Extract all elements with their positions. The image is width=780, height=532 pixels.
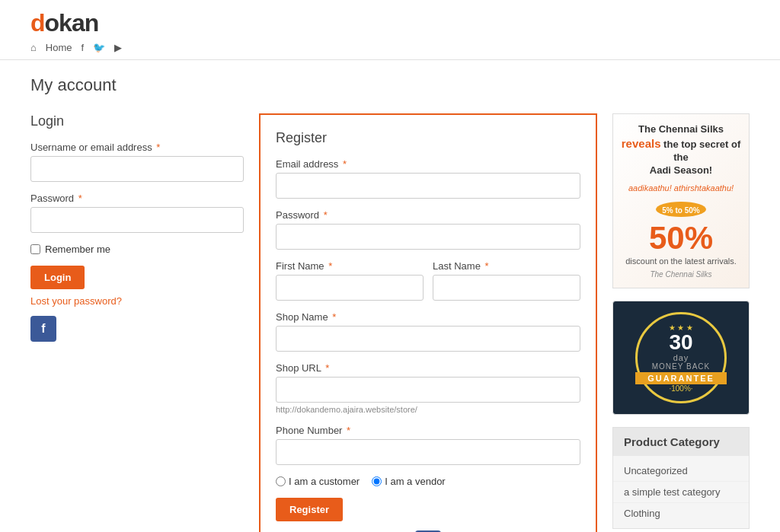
- ad-discount-text: discount on the latest arrivals.: [621, 256, 741, 266]
- category-uncategorized[interactable]: Uncategorized: [624, 465, 688, 476]
- sidebar: The Chennai Silks reveals the top secret…: [612, 113, 750, 532]
- product-category-widget: Product Category Uncategorized a simple …: [612, 427, 750, 529]
- phone-required: *: [347, 425, 350, 436]
- content-area: Login Username or email address * Passwo…: [30, 113, 750, 532]
- last-name-group: Last Name *: [433, 260, 580, 301]
- shop-url-hint: http://dokandemo.ajaira.website/store/: [276, 405, 580, 414]
- guarantee-day-label: day: [673, 353, 689, 362]
- main-wrapper: My account Login Username or email addre…: [0, 60, 780, 532]
- guarantee-circle: ★ ★ ★ 30 day MONEY BACK GUARANTEE ·100%·: [635, 312, 727, 403]
- guarantee-percent: ·100%·: [669, 384, 692, 393]
- youtube-nav-icon[interactable]: ▶: [114, 42, 122, 53]
- register-title: Register: [276, 130, 580, 146]
- login-button[interactable]: Login: [30, 266, 85, 289]
- lost-password-link[interactable]: Lost your password?: [30, 295, 244, 307]
- first-name-input[interactable]: [276, 275, 424, 301]
- facebook-login-button[interactable]: f: [30, 316, 56, 342]
- logo-d: d: [30, 9, 45, 37]
- shop-url-label: Shop URL *: [276, 362, 580, 374]
- page-title: My account: [30, 75, 750, 95]
- shop-url-input[interactable]: [276, 377, 580, 403]
- remember-checkbox[interactable]: [30, 244, 40, 254]
- register-section: Register Email address * Password *: [259, 113, 597, 532]
- vendor-radio-label[interactable]: I am a vendor: [372, 476, 446, 487]
- remember-label[interactable]: Remember me: [45, 244, 110, 255]
- shop-name-required: *: [332, 311, 336, 323]
- last-name-label: Last Name *: [433, 260, 580, 272]
- shop-name-group: Shop Name *: [276, 311, 580, 352]
- guarantee-money-back: MONEY BACK: [652, 362, 711, 371]
- shop-url-group: Shop URL * http://dokandemo.ajaira.websi…: [276, 362, 580, 414]
- shop-name-label: Shop Name *: [276, 311, 580, 323]
- left-content: Login Username or email address * Passwo…: [30, 113, 597, 532]
- last-name-required: *: [485, 260, 489, 272]
- list-item[interactable]: a simple test category: [613, 482, 749, 503]
- username-required: *: [156, 142, 160, 153]
- list-item[interactable]: Clothing: [613, 503, 749, 524]
- header: dokan ⌂ Home f 🐦 ▶: [0, 0, 780, 60]
- last-name-input[interactable]: [433, 275, 580, 301]
- guarantee-ribbon: GUARANTEE: [635, 372, 727, 384]
- email-group: Email address *: [276, 158, 580, 199]
- category-clothing[interactable]: Clothing: [624, 508, 660, 519]
- customer-radio-label[interactable]: I am a customer: [276, 476, 360, 487]
- ad-tagline: aadikaathu! athirshtakaathu!: [621, 183, 741, 193]
- product-category-title: Product Category: [613, 428, 749, 456]
- product-category-list: Uncategorized a simple test category Clo…: [613, 456, 749, 528]
- ad-title: The Chennai Silks reveals the top secret…: [621, 123, 741, 177]
- facebook-nav-icon[interactable]: f: [82, 42, 85, 53]
- home-icon: ⌂: [30, 42, 37, 53]
- password-required: *: [78, 193, 82, 204]
- account-type-group: I am a customer I am a vendor: [276, 476, 580, 487]
- username-label: Username or email address *: [30, 142, 244, 153]
- reg-password-required: *: [324, 209, 328, 221]
- home-link[interactable]: Home: [46, 42, 72, 53]
- logo: dokan: [30, 9, 750, 37]
- remember-me-group: Remember me: [30, 244, 244, 255]
- shop-name-input[interactable]: [276, 326, 580, 352]
- category-simple-test[interactable]: a simple test category: [624, 486, 720, 498]
- login-section: Login Username or email address * Passwo…: [30, 113, 244, 532]
- phone-group: Phone Number *: [276, 425, 580, 465]
- login-title: Login: [30, 113, 244, 129]
- password-group: Password *: [30, 193, 244, 233]
- phone-label: Phone Number *: [276, 425, 580, 436]
- guarantee-banner: ★ ★ ★ 30 day MONEY BACK GUARANTEE ·100%·: [612, 301, 750, 415]
- reg-password-label: Password *: [276, 209, 580, 221]
- password-input[interactable]: [30, 207, 244, 233]
- ad-banner: The Chennai Silks reveals the top secret…: [612, 113, 750, 288]
- shop-url-required: *: [325, 362, 329, 374]
- ad-discount: 50%: [621, 220, 741, 256]
- nav-bar: ⌂ Home f 🐦 ▶: [30, 42, 750, 53]
- email-input[interactable]: [276, 173, 580, 199]
- customer-radio[interactable]: [276, 476, 286, 486]
- phone-input[interactable]: [276, 439, 580, 465]
- password-label: Password *: [30, 193, 244, 204]
- username-input[interactable]: [30, 156, 244, 182]
- guarantee-content: ★ ★ ★ 30 day MONEY BACK GUARANTEE ·100%·: [628, 304, 734, 411]
- username-group: Username or email address *: [30, 142, 244, 182]
- register-button[interactable]: Register: [276, 498, 343, 521]
- reg-password-input[interactable]: [276, 224, 580, 250]
- guarantee-days: 30: [669, 332, 692, 353]
- email-label: Email address *: [276, 158, 580, 170]
- twitter-nav-icon[interactable]: 🐦: [93, 42, 105, 53]
- first-name-required: *: [328, 260, 332, 272]
- first-name-label: First Name *: [276, 260, 424, 272]
- first-name-group: First Name *: [276, 260, 424, 301]
- list-item[interactable]: Uncategorized: [613, 460, 749, 482]
- reg-password-group: Password *: [276, 209, 580, 250]
- ad-content: The Chennai Silks reveals the top secret…: [613, 116, 749, 286]
- email-required: *: [343, 158, 347, 170]
- vendor-radio[interactable]: [372, 476, 382, 486]
- ad-brand: The Chennai Silks: [621, 270, 741, 279]
- name-row: First Name * Last Name *: [276, 260, 580, 311]
- ad-badge: 5% to 50%: [656, 202, 705, 217]
